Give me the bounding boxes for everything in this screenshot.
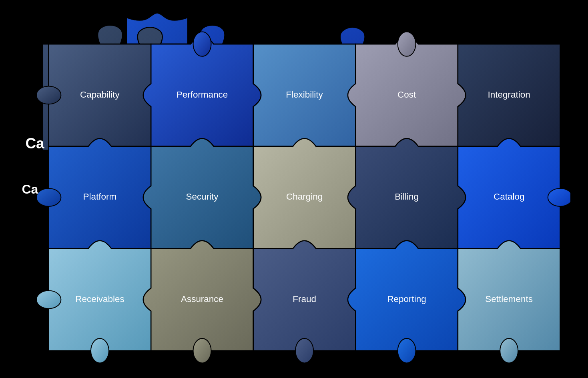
tab-bottom-c0: [90, 338, 108, 363]
tab-bottom-c2: [295, 338, 313, 363]
piece-receivables[interactable]: [48, 240, 159, 350]
piece-catalog[interactable]: [458, 138, 560, 256]
tab-right-r1: [548, 188, 570, 206]
piece-fraud[interactable]: [253, 240, 363, 350]
piece-billing[interactable]: [347, 138, 465, 248]
piece-capability[interactable]: [48, 44, 159, 154]
tab-left-r2: [36, 290, 61, 308]
tab-top-c3: [397, 32, 415, 56]
piece-integration[interactable]: [458, 44, 560, 154]
tab-left-r0: [36, 86, 61, 104]
ca-label: Ca: [22, 182, 38, 196]
ca-label: Ca: [25, 135, 44, 151]
piece-settlements[interactable]: [458, 240, 560, 350]
tab-left-r1: [36, 188, 61, 206]
piece-reporting[interactable]: [347, 240, 465, 350]
piece-platform[interactable]: [48, 138, 159, 256]
piece-assurance[interactable]: [143, 240, 261, 350]
tab-bottom-c3: [397, 338, 415, 363]
piece-flexibility[interactable]: [253, 44, 363, 154]
tab-bottom-c1: [193, 338, 211, 363]
piece-security[interactable]: [143, 138, 261, 248]
tab-bottom-c4: [500, 338, 518, 363]
puzzle-diagram: Ca Capability Performance: [18, 13, 570, 365]
piece-charging[interactable]: [253, 138, 363, 256]
tab-top-c1: [193, 32, 211, 56]
